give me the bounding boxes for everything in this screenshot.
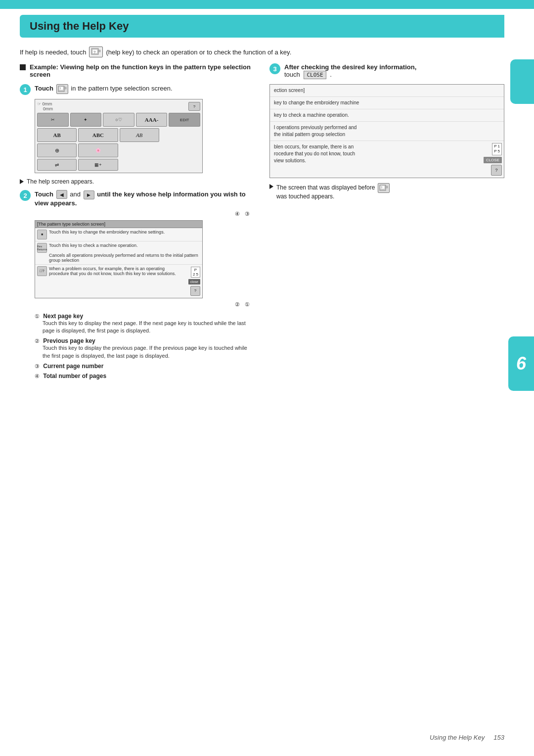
bullet-icon xyxy=(20,64,26,70)
chapter-number: 6 xyxy=(516,353,526,374)
main-content: Using the Help Key If help is needed, to… xyxy=(20,15,504,384)
step3-tri-after: was touched appears. xyxy=(276,193,334,200)
legend-item-3: ③ Current page number xyxy=(35,363,255,370)
right-screen-item-1: ection screen] xyxy=(270,85,504,97)
legend-label-2: Previous page key xyxy=(43,337,95,344)
footer-page: 153 xyxy=(493,734,504,741)
annotations-top: ④ ③ xyxy=(20,211,250,217)
legend-num-3: ③ xyxy=(35,363,40,369)
screen2-item-3: □? When a problem occurs, for example, t… xyxy=(35,265,186,278)
right-column-screen: ection screen] key to change the embroid… xyxy=(269,84,504,178)
page-indicator-left: P2 5 xyxy=(191,267,200,278)
triangle-icon xyxy=(20,179,24,184)
legend-num-1: ① xyxy=(35,313,40,319)
intro-before: If help is needed, touch xyxy=(20,48,86,56)
screen2-item-1: ■ Touch this key to change the embroider… xyxy=(35,228,202,241)
step-2-text: Touch ◀ and ▶ until the key whose help i… xyxy=(35,190,255,207)
step-2-circle: 2 xyxy=(20,190,31,201)
step-3-text: After checking the desired key informati… xyxy=(284,63,416,79)
title-section: Using the Help Key xyxy=(20,15,504,38)
two-column-layout: Example: Viewing help on the function ke… xyxy=(20,63,504,384)
step1-tri-text: The help screen appears. xyxy=(27,178,94,185)
step-1-help-icon: ? xyxy=(56,84,68,94)
screen2-item-3-row: □? When a problem occurs, for example, t… xyxy=(35,265,202,298)
side-tab-decoration xyxy=(510,59,534,104)
legend-detail-1: Touch this key to display the next page.… xyxy=(43,320,255,335)
step-1-text: Touch ? in the pattern type selection sc… xyxy=(35,84,173,94)
legend-item-4: ④ Total number of pages xyxy=(35,373,255,379)
pattern-btn-ab2: AB xyxy=(120,128,159,142)
pattern-btn-stitch1: ⊕ xyxy=(37,143,77,157)
step-3-bold: After checking the desired key informati… xyxy=(284,63,416,71)
legend-num-4: ④ xyxy=(35,373,40,379)
right-screen-item-3: key to check a machine operation. xyxy=(270,109,504,122)
right-screen-last-section: blen occurs, for example, there is an ro… xyxy=(270,141,504,178)
step-2-number: 2 xyxy=(23,192,27,199)
step-3-rest: touch xyxy=(284,71,300,78)
step-2-and: and xyxy=(70,190,82,198)
step3-triangle-bullet: The screen that was displayed before ? w… xyxy=(269,183,504,200)
pattern-screen-mockup: ☞ 0mm 0mm ? ✂ ✦ ○♡ AAA- EDIT AB ABC AB xyxy=(35,99,203,173)
legend-label-4: Total number of pages xyxy=(43,373,106,379)
intro-after: (help key) to check an operation or to c… xyxy=(106,48,291,56)
step-3-circle: 3 xyxy=(269,63,280,74)
footer-text: Using the Help Key xyxy=(430,734,485,741)
right-screen-item-2: key to change the embroidery machine xyxy=(270,97,504,109)
left-column: Example: Viewing help on the function ke… xyxy=(20,63,255,384)
next-page-icon: ▶ xyxy=(84,190,94,199)
pattern-btn-2: ✦ xyxy=(70,113,102,127)
top-bar xyxy=(0,0,534,9)
page-footer: Using the Help Key 153 xyxy=(430,734,504,741)
step-2-row: 2 Touch ◀ and ▶ until the key whose help… xyxy=(20,190,255,207)
pattern-btn-ab1: AB xyxy=(37,128,77,142)
annotation-4: ④ xyxy=(235,211,240,217)
screen2-item-2: ResReturns Touch this key to check a mac… xyxy=(35,241,202,265)
pattern-btn-4: AAA- xyxy=(136,113,168,127)
screen2-icon-3: □? xyxy=(37,266,47,276)
intro-text: If help is needed, touch ? (help key) to… xyxy=(20,47,504,57)
screen2-help-icon: ? xyxy=(190,286,200,296)
legend-label-3: Current page number xyxy=(43,363,103,370)
svg-text:?: ? xyxy=(93,50,96,54)
legend-item-1: ① Next page key Touch this key to displa… xyxy=(35,313,255,335)
step-1-number: 1 xyxy=(23,86,27,94)
page-title: Using the Help Key xyxy=(30,20,129,33)
pattern-btn-arrow: ⇌ xyxy=(37,159,77,171)
screen2-icon-1: ■ xyxy=(37,230,47,239)
legend-detail-2: Touch this key to display the previous p… xyxy=(43,344,255,360)
screen2-title-text: [The pattern type selection screen] xyxy=(37,222,105,227)
close-btn-right-label: CLOSE xyxy=(486,158,499,162)
step-1-rest: in the pattern type selection screen. xyxy=(71,85,172,92)
legend-label-1: Next page key xyxy=(43,313,83,320)
annotations-bottom: ② ① xyxy=(20,301,250,308)
step-3-number: 3 xyxy=(273,65,276,73)
step3-tri-before: The screen that was displayed before xyxy=(276,184,375,191)
close-button-right[interactable]: CLOSE xyxy=(484,157,502,163)
prev-arrow-icon: ◀ xyxy=(56,190,67,199)
pattern-btn-1: ✂ xyxy=(37,113,69,127)
step3-triangle-icon xyxy=(269,184,273,189)
close-button-inline[interactable]: CLOSE xyxy=(304,71,326,79)
step-3-area: 3 After checking the desired key informa… xyxy=(269,63,504,200)
chapter-tab: 6 xyxy=(508,336,534,391)
pattern-btn-stitch2: 🌸 xyxy=(78,143,118,157)
close-btn-small[interactable]: close xyxy=(188,279,200,284)
right-column: 3 After checking the desired key informa… xyxy=(269,63,504,384)
step-1-bold: Touch xyxy=(35,85,53,92)
step3-tri-text: The screen that was displayed before ? w… xyxy=(276,183,391,200)
close-label: CLOSE xyxy=(307,72,323,78)
step-1-row: 1 Touch ? in the pattern type selection … xyxy=(20,84,255,95)
right-screen-item-4: l operations previously performed andthe… xyxy=(270,122,504,141)
svg-rect-7 xyxy=(64,87,66,89)
screen2-text-1: Touch this key to change the embroidery … xyxy=(49,230,165,235)
annotation-3: ③ xyxy=(245,211,250,217)
legend-items: ① Next page key Touch this key to displa… xyxy=(35,313,255,380)
screen2-controls: P2 5 close ? xyxy=(186,265,202,298)
screen2-text-3: When a problem occurs, for example, ther… xyxy=(49,266,184,276)
pattern-btn-edit: EDIT xyxy=(169,113,200,127)
example-bullet: Example: Viewing help on the function ke… xyxy=(20,63,255,78)
step2-screen: [The pattern type selection screen] ■ To… xyxy=(35,220,203,298)
annotation-1: ① xyxy=(245,301,250,308)
legend-num-2: ② xyxy=(35,338,40,344)
right-screen-item-5: blen occurs, for example, there is an ro… xyxy=(270,141,482,167)
